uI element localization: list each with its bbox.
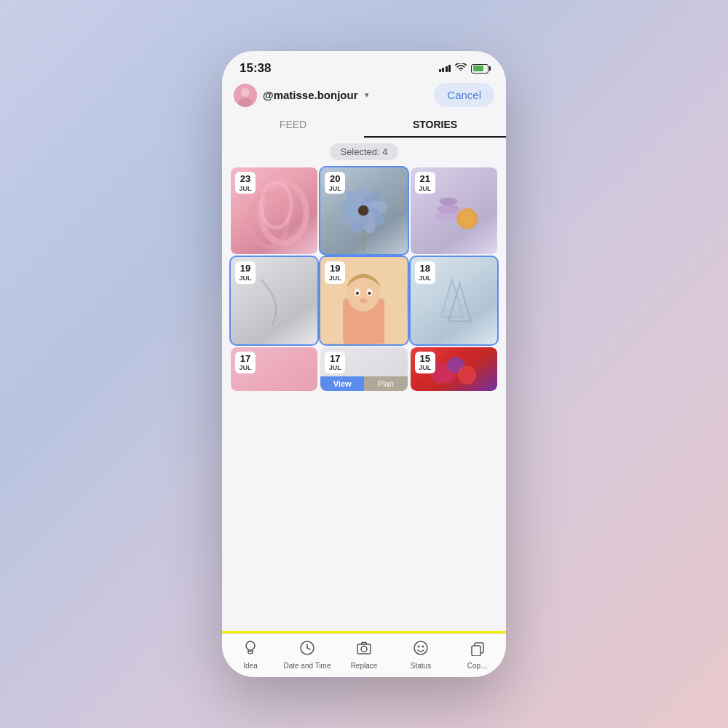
clock-icon [299,640,315,659]
svg-point-1 [241,88,250,97]
svg-point-5 [261,183,292,228]
nav-item-status[interactable]: Status [392,634,449,677]
image-grid-row-3: 17 JUL 17 JUL View Plan [231,347,497,391]
image-grid-row-1: 23 JUL [231,167,497,344]
svg-point-43 [361,646,367,652]
svg-point-35 [457,365,476,384]
nav-item-replace[interactable]: Replace [336,634,392,677]
svg-point-2 [238,98,253,107]
date-badge-8: 15 JUL [415,352,435,373]
svg-point-36 [441,369,456,384]
svg-point-16 [358,205,369,216]
header: @matisse.bonjour ▾ Cancel [222,80,506,113]
idea-icon [242,640,258,659]
svg-point-29 [360,298,367,303]
status-icon [413,640,429,659]
battery-icon [471,64,488,74]
date-badge-6: 17 JUL [235,352,256,373]
svg-point-45 [418,646,420,648]
grid-item-4[interactable]: 19 JUL [320,257,407,344]
selected-badge-wrap: Selected: 4 [222,138,506,165]
svg-point-44 [414,641,427,654]
view-button[interactable]: View [320,376,364,391]
date-badge-0: 23 JUL [235,172,256,194]
wifi-icon [455,63,467,74]
date-badge-1: 20 JUL [325,172,345,194]
svg-point-27 [356,292,359,295]
nav-label-idea: Idea [243,662,257,670]
grid-item-3[interactable]: 19 JUL [231,257,317,344]
bottom-nav: Idea Date and Time Replace [222,633,506,677]
phone-frame: 15:38 [222,51,506,677]
tab-feed[interactable]: FEED [222,113,364,138]
nav-item-idea[interactable]: Idea [222,634,279,677]
svg-point-32 [438,310,469,317]
date-badge-5: 18 JUL [415,261,435,283]
cancel-button[interactable]: Cancel [434,83,494,107]
avatar [234,84,257,107]
svg-point-28 [368,292,371,295]
status-icons [439,63,489,74]
account-name: @matisse.bonjour [263,89,357,101]
nav-item-copy[interactable]: Cop… [449,634,506,677]
status-time: 15:38 [240,61,271,76]
svg-rect-48 [472,646,480,656]
grid-item-1[interactable]: 20 JUL [320,167,407,254]
grid-item-0[interactable]: 23 JUL [231,167,317,254]
camera-icon [356,640,372,659]
grid-item-8[interactable]: 15 JUL [411,347,497,391]
grid-item-6[interactable]: 17 JUL [231,347,317,391]
plan-button[interactable]: Plan [364,376,408,391]
nav-label-datetime: Date and Time [283,662,331,670]
date-badge-4: 19 JUL [325,261,345,283]
date-badge-7: 17 JUL [325,352,345,373]
nav-label-copy: Cop… [467,662,488,670]
svg-point-37 [246,641,255,650]
date-badge-3: 19 JUL [235,261,256,283]
svg-point-18 [437,205,459,213]
account-selector[interactable]: @matisse.bonjour ▾ [234,84,369,107]
tab-stories[interactable]: STORIES [364,113,506,138]
status-bar: 15:38 [222,51,506,80]
chevron-down-icon: ▾ [365,90,369,100]
svg-line-41 [307,648,310,649]
grid-item-2[interactable]: 21 JUL [411,167,497,254]
date-badge-2: 21 JUL [415,172,435,194]
svg-point-46 [422,646,424,648]
grid-item-7[interactable]: 17 JUL View Plan [320,347,407,391]
image-grid-container: 23 JUL [222,165,506,633]
svg-point-21 [459,211,475,226]
nav-label-status: Status [411,662,431,670]
tabs: FEED STORIES [222,113,506,138]
grid-item-5[interactable]: 18 JUL [411,257,497,344]
nav-item-datetime[interactable]: Date and Time [279,634,336,677]
signal-icon [439,65,451,72]
selected-badge: Selected: 4 [330,143,397,160]
copy-icon [470,640,486,659]
nav-label-replace: Replace [351,662,378,670]
svg-point-19 [439,198,457,205]
